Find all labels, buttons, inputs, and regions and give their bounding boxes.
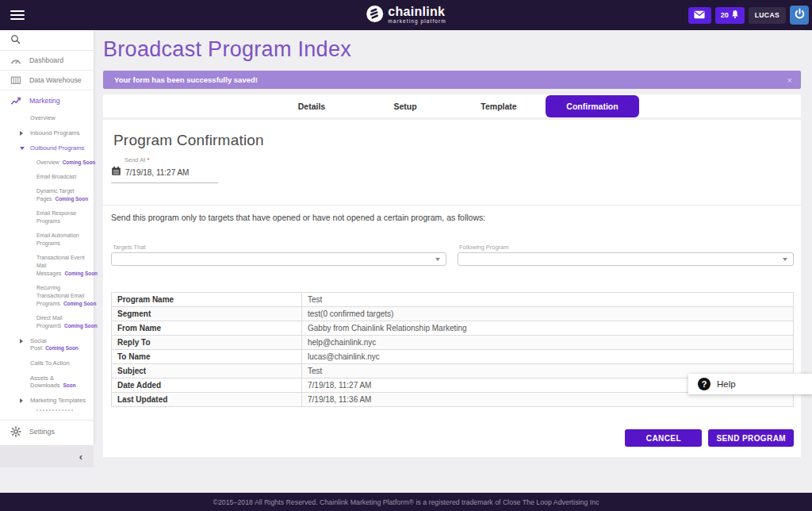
brand-logo[interactable]: chainlink marketing platform — [366, 5, 446, 26]
username: LUCAS — [755, 11, 779, 19]
table-row: Reply To help@chainlink.nyc — [112, 336, 794, 350]
gear-icon — [10, 426, 21, 437]
cancel-button[interactable]: CANCEL — [625, 429, 702, 447]
sidebar-item-settings[interactable]: Settings — [0, 420, 94, 442]
row-label: Segment — [112, 307, 302, 321]
tab-bar: Details Setup Template Confirmation — [103, 94, 801, 117]
question-mark-icon: ? — [698, 378, 710, 390]
dropdown-arrow-icon — [435, 258, 440, 261]
sidebar-item-dashboard[interactable]: Dashboard — [0, 51, 94, 71]
coming-soon-tag: Coming Soon — [64, 323, 98, 328]
sidebar-item-inbound-programs[interactable]: Inbound Programs — [0, 125, 94, 140]
sidebar-item-recurring-transactional-email[interactable]: Recurring Transactional Email ProgramsCo… — [0, 281, 94, 311]
sidebar-item-label: Inbound Programs — [30, 129, 79, 136]
sidebar-collapse-button[interactable]: ‹ — [0, 445, 94, 467]
table-row: Program Name Test — [112, 293, 794, 307]
row-value: test(0 confirmed targets) — [302, 307, 794, 321]
expand-arrow-icon — [20, 398, 23, 403]
sidebar-item-social-post[interactable]: Social PostComing Soon — [0, 333, 94, 355]
help-label: Help — [717, 379, 736, 389]
notification-count: 20 — [721, 11, 729, 19]
collapse-chevron-icon: ‹ — [79, 451, 82, 462]
sidebar-item-label: Outbound Programs — [30, 144, 84, 152]
sidebar-item-dynamic-target-pages[interactable]: Dynamic Target PagesComing Soon — [0, 184, 94, 206]
sidebar-item-email-broadcast[interactable]: Email Broadcast — [0, 170, 94, 184]
following-program-label: Following Program — [458, 244, 794, 251]
coming-soon-tag: Coming Soon — [63, 301, 97, 306]
coming-soon-tag: Coming Soon — [63, 159, 96, 165]
sidebar-item-direct-mail-programs[interactable]: Direct Mail ProgramSComing Soon — [0, 311, 94, 333]
row-label: From Name — [112, 321, 302, 336]
send-program-button[interactable]: SEND PROGRAM — [708, 429, 794, 447]
sidebar-item-outbound-programs[interactable]: Outbound Programs — [0, 140, 94, 156]
user-menu-button[interactable]: LUCAS — [749, 7, 786, 24]
bell-icon — [731, 10, 739, 21]
sidebar-item-label: Overview — [36, 159, 59, 165]
send-at-label: Send At * — [124, 156, 794, 163]
send-at-field[interactable]: 7/19/18, 11:27 AM — [111, 165, 218, 183]
required-asterisk: * — [147, 156, 149, 163]
sidebar-item-label: Direct Mail ProgramS — [36, 315, 63, 328]
coming-soon-tag: Coming Soon — [56, 196, 89, 202]
sidebar-item-label: Calls To Action — [30, 359, 70, 367]
sidebar-search[interactable] — [0, 30, 94, 51]
messages-button[interactable] — [688, 7, 711, 24]
targets-that-select[interactable] — [111, 252, 446, 266]
sidebar: Dashboard Data Warehouse Marketing Overv… — [0, 30, 94, 467]
sidebar-item-transactional-event-mail[interactable]: Transactional Event Mail MessagesComing … — [0, 251, 94, 281]
row-label: Program Name — [112, 293, 302, 307]
sidebar-item-outbound-overview[interactable]: OverviewComing Soon — [0, 156, 94, 170]
footer: ©2015–2018 All Rights Reserved. Chainlin… — [0, 493, 812, 511]
row-label: To Name — [112, 350, 302, 364]
sidebar-item-label: Email Broadcast — [36, 174, 76, 179]
targets-that-label: Targets That — [111, 244, 446, 251]
row-label: Subject — [112, 364, 302, 378]
sidebar-item-data-warehouse[interactable]: Data Warehouse — [0, 71, 94, 90]
collapse-arrow-icon — [20, 147, 25, 150]
power-icon — [794, 8, 806, 23]
send-at-value: 7/19/18, 11:27 AM — [125, 168, 189, 177]
envelope-icon — [694, 8, 705, 22]
main-content: Broadcast Program Index Your form has be… — [94, 30, 812, 493]
expand-arrow-icon — [20, 339, 23, 344]
sidebar-item-assets-downloads[interactable]: Assets & DownloadsSoon — [0, 371, 94, 393]
help-widget[interactable]: ? Help — [688, 374, 812, 394]
table-row: Segment test(0 confirmed targets) — [112, 307, 794, 321]
success-message: Your form has been successfully saved! — [114, 75, 787, 84]
sidebar-item-label: Overview — [30, 114, 56, 121]
divider — [103, 205, 801, 206]
sidebar-item-email-automation-programs[interactable]: Email Automation Programs — [0, 229, 94, 251]
close-icon[interactable]: × — [787, 75, 792, 85]
success-banner: Your form has been successfully saved! × — [103, 71, 801, 89]
coming-soon-tag: Coming Soon — [45, 345, 79, 351]
chainlink-logo-icon — [366, 5, 384, 26]
topbar: chainlink marketing platform 20 LUCAS — [0, 0, 812, 30]
row-value: help@chainlink.nyc — [302, 336, 794, 350]
tab-template[interactable]: Template — [452, 102, 546, 111]
logout-button[interactable] — [790, 6, 809, 25]
section-title: Program Confirmation — [113, 120, 794, 149]
search-icon — [10, 33, 21, 48]
brand-name: chainlink — [388, 6, 446, 18]
sidebar-item-label: Assets & Downloads — [30, 375, 60, 389]
row-label: Date Added — [112, 378, 302, 393]
instruction-text: Send this program only to targets that h… — [111, 213, 794, 222]
table-row: To Name lucas@chainlink.nyc — [112, 350, 794, 364]
sidebar-item-marketing-templates[interactable]: Marketing Templates — [0, 393, 94, 408]
sidebar-item-label: Data Warehouse — [29, 76, 82, 84]
sidebar-item-calls-to-action[interactable]: Calls To Action — [0, 355, 94, 371]
sidebar-item-marketing[interactable]: Marketing — [0, 90, 94, 110]
row-label: Last Updated — [112, 393, 302, 407]
tab-details[interactable]: Details — [265, 102, 358, 111]
chart-line-icon — [10, 96, 21, 106]
table-row: Last Updated 7/19/18, 11:36 AM — [112, 393, 794, 407]
tab-setup[interactable]: Setup — [358, 102, 452, 111]
following-program-select[interactable] — [458, 252, 794, 266]
notifications-button[interactable]: 20 — [715, 7, 745, 24]
sidebar-item-email-response-programs[interactable]: Email Response Programs — [0, 206, 94, 229]
hamburger-menu-icon[interactable] — [10, 10, 25, 21]
calendar-icon — [111, 165, 121, 179]
tab-confirmation[interactable]: Confirmation — [546, 95, 639, 117]
row-value: Gabby from Chainlink Relationship Market… — [302, 321, 794, 336]
sidebar-item-overview[interactable]: Overview — [0, 110, 94, 125]
